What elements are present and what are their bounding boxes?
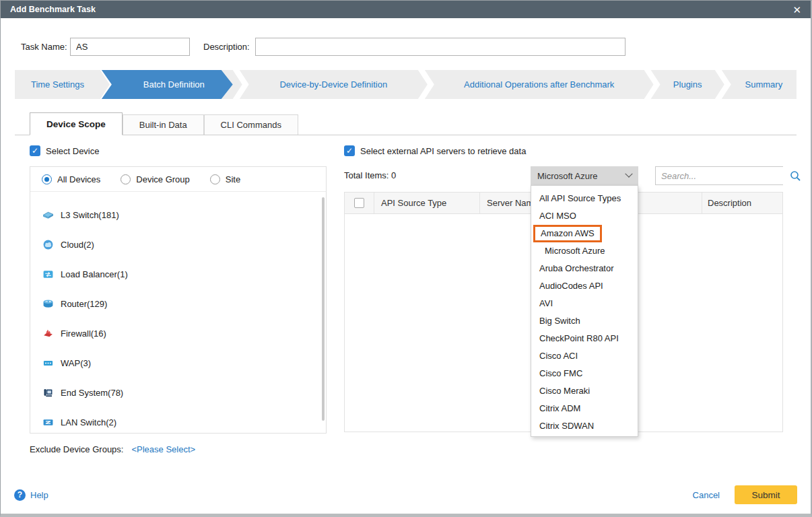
device-item-label: Load Balancer(1) xyxy=(61,269,128,279)
dropdown-option-all-api-source-types[interactable]: All API Source Types xyxy=(531,190,638,207)
search-icon[interactable] xyxy=(786,170,804,182)
router-icon xyxy=(42,298,54,310)
search-input[interactable] xyxy=(656,167,786,184)
wizard-step-time-settings[interactable]: Time Settings xyxy=(15,70,100,99)
radio-button-icon[interactable] xyxy=(210,174,220,184)
device-box: All DevicesDevice GroupSite L3 Switch(18… xyxy=(30,166,327,434)
select-all-checkbox[interactable] xyxy=(354,198,364,208)
wizard-chevron-icon xyxy=(418,70,434,99)
dropdown-option-cisco-fmc[interactable]: Cisco FMC xyxy=(531,365,638,382)
radio-button-icon[interactable] xyxy=(42,174,52,184)
help-icon: ? xyxy=(14,489,26,501)
description-field[interactable] xyxy=(255,38,625,56)
task-name-field[interactable] xyxy=(70,38,190,56)
device-list-scrollbar[interactable] xyxy=(322,197,325,421)
dropdown-option-citrix-sdwan[interactable]: Citrix SDWAN xyxy=(531,417,638,435)
radio-site[interactable]: Site xyxy=(210,174,240,184)
end-system-icon xyxy=(42,387,54,399)
dropdown-option-cisco-meraki[interactable]: Cisco Meraki xyxy=(531,382,638,400)
device-item-lan-switch[interactable]: LAN Switch(2) xyxy=(30,407,326,433)
dropdown-option-big-switch[interactable]: Big Switch xyxy=(531,312,638,330)
tab-device-scope[interactable]: Device Scope xyxy=(30,112,123,135)
device-scope-radios: All DevicesDevice GroupSite xyxy=(30,167,326,192)
device-item-label: LAN Switch(2) xyxy=(61,417,116,427)
description-label: Description: xyxy=(203,42,255,52)
device-item-label: Firewall(16) xyxy=(61,329,106,339)
device-item-l3-switch[interactable]: L3 Switch(181) xyxy=(30,200,326,230)
select-api-servers-checkbox[interactable] xyxy=(344,145,355,156)
load-balancer-icon xyxy=(42,269,54,280)
radio-device-group[interactable]: Device Group xyxy=(121,174,189,184)
firewall-icon xyxy=(42,328,54,339)
wizard-step-summary[interactable]: Summary xyxy=(731,70,797,99)
wizard-step-batch-definition[interactable]: Batch Definition xyxy=(102,70,233,99)
dropdown-option-checkpoint-r80-api[interactable]: CheckPoint R80 API xyxy=(531,330,638,347)
main-content: Device ScopeBuilt-in DataCLI Commands Se… xyxy=(15,112,797,454)
wizard-step-device-by-device-definition[interactable]: Device-by-Device Definition xyxy=(249,70,418,99)
exclude-device-groups-label: Exclude Device Groups: xyxy=(30,444,123,454)
column-header-description: Description xyxy=(702,193,782,213)
device-item-router[interactable]: Router(129) xyxy=(30,289,326,318)
device-item-label: Cloud(2) xyxy=(61,240,94,250)
wap-icon xyxy=(42,357,54,369)
device-item-label: L3 Switch(181) xyxy=(61,210,119,220)
dropdown-option-cisco-aci[interactable]: Cisco ACI xyxy=(531,347,638,365)
dropdown-option-audiocodes-api[interactable]: AudioCodes API xyxy=(531,277,638,295)
radio-label: Site xyxy=(226,174,240,184)
dropdown-option-aci-mso[interactable]: ACI MSO xyxy=(531,207,638,225)
wizard-chevron-icon xyxy=(715,70,731,99)
radio-button-icon[interactable] xyxy=(121,174,131,184)
title-bar: Add Benchmark Task ✕ xyxy=(1,1,811,18)
device-item-end-system[interactable]: End System(78) xyxy=(30,378,326,407)
radio-all-devices[interactable]: All Devices xyxy=(42,174,100,184)
api-servers-panel: Select external API servers to retrieve … xyxy=(344,143,783,454)
device-list: L3 Switch(181)Cloud(2)Load Balancer(1)Ro… xyxy=(30,192,326,433)
wizard: Time SettingsBatch DefinitionDevice-by-D… xyxy=(15,70,797,99)
radio-label: All Devices xyxy=(57,174,100,184)
device-item-label: Router(129) xyxy=(61,299,107,309)
select-api-servers-label: Select external API servers to retrieve … xyxy=(360,146,526,156)
help-button[interactable]: ? Help xyxy=(14,489,48,501)
device-item-cloud[interactable]: Cloud(2) xyxy=(30,230,326,259)
wizard-step-plugins[interactable]: Plugins xyxy=(661,70,715,99)
dropdown-option-citrix-adm[interactable]: Citrix ADM xyxy=(531,400,638,417)
search-box xyxy=(655,166,783,185)
lan-switch-icon xyxy=(42,417,54,428)
tab-built-in-data[interactable]: Built-in Data xyxy=(123,114,204,135)
cloud-icon xyxy=(42,239,54,250)
device-item-firewall[interactable]: Firewall(16) xyxy=(30,318,326,348)
add-benchmark-task-dialog: Add Benchmark Task ✕ Task Name: Descript… xyxy=(0,0,812,517)
device-scope-panel: Select Device All DevicesDevice GroupSit… xyxy=(30,143,327,454)
device-item-label: WAP(3) xyxy=(61,358,91,368)
device-item-load-balancer[interactable]: Load Balancer(1) xyxy=(30,259,326,289)
radio-label: Device Group xyxy=(136,174,189,184)
column-header-api-source-type: API Source Type xyxy=(374,193,479,213)
task-form-row: Task Name: Description: xyxy=(21,38,811,56)
tab-cli-commands[interactable]: CLI Commands xyxy=(204,114,298,135)
dropdown-option-aruba-orchestrator[interactable]: Aruba Orchestrator xyxy=(531,260,638,277)
cancel-button[interactable]: Cancel xyxy=(693,490,720,500)
dropdown-selected-value: Microsoft Azure xyxy=(537,171,598,181)
dropdown-option-amazon-aws[interactable]: Amazon AWS xyxy=(531,225,638,242)
wizard-chevron-icon xyxy=(644,70,661,99)
submit-button[interactable]: Submit xyxy=(735,485,797,504)
wizard-step-additional-operations-after-benchmark[interactable]: Additional Operations after Benchmark xyxy=(434,70,644,99)
api-source-type-dropdown[interactable]: Microsoft Azure xyxy=(531,166,638,185)
l3-switch-icon xyxy=(42,209,54,221)
dropdown-option-microsoft-azure[interactable]: Microsoft Azure xyxy=(531,242,638,260)
select-device-checkbox[interactable] xyxy=(30,145,40,156)
task-name-label: Task Name: xyxy=(21,42,70,52)
help-label: Help xyxy=(30,490,48,500)
total-items-count: 0 xyxy=(391,170,396,180)
chevron-down-icon xyxy=(625,170,632,178)
close-icon[interactable]: ✕ xyxy=(792,5,801,15)
exclude-device-groups-link[interactable]: <Please Select> xyxy=(131,444,195,454)
device-item-wap[interactable]: WAP(3) xyxy=(30,348,326,378)
wizard-chevron-icon xyxy=(233,70,249,99)
dropdown-option-avi[interactable]: AVI xyxy=(531,295,638,312)
dialog-title: Add Benchmark Task xyxy=(10,5,96,14)
footer-bar: ? Help Cancel Submit xyxy=(1,481,811,508)
tab-bar: Device ScopeBuilt-in DataCLI Commands xyxy=(15,112,797,135)
api-source-type-dropdown-list: All API Source TypesACI MSOAmazon AWSMic… xyxy=(531,185,638,437)
device-item-label: End System(78) xyxy=(61,388,123,398)
